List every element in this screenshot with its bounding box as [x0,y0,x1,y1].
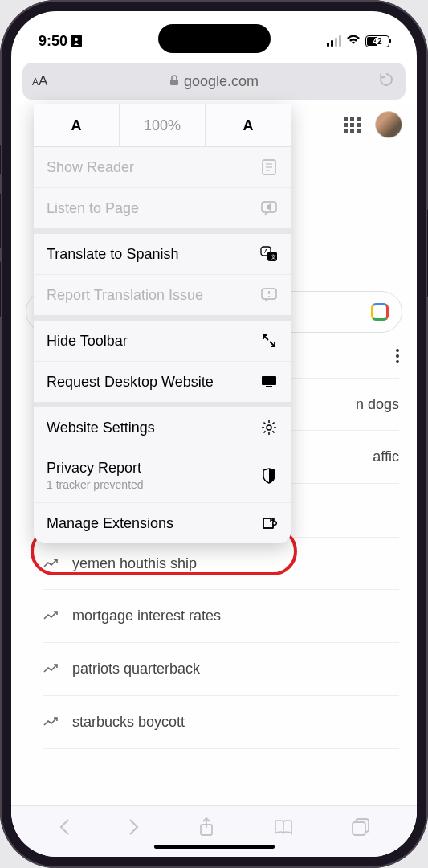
trending-icon [43,555,58,572]
reader-icon [260,158,278,176]
avatar[interactable] [375,111,402,138]
report-icon [260,286,278,304]
wifi-icon [346,33,361,49]
trending-icon [43,661,58,678]
side-button [0,145,1,175]
text-size-button[interactable]: AA [32,73,47,89]
dynamic-island [158,24,271,53]
trending-row[interactable]: yemen houthis ship [43,537,399,590]
show-reader-button: Show Reader [34,147,291,188]
google-lens-icon[interactable] [371,303,389,321]
gear-icon [260,419,278,436]
zoom-out-button[interactable]: A [34,104,120,146]
svg-point-0 [75,38,78,41]
speaker-bubble-icon [260,199,278,217]
screen: 9:50 42 AA [11,11,417,857]
share-button[interactable] [198,817,214,841]
puzzle-icon [260,514,278,532]
zoom-in-button[interactable]: A [206,104,291,146]
svg-rect-1 [170,80,178,85]
reload-button[interactable] [378,72,394,92]
report-translation-button: Report Translation Issue [34,275,291,315]
url-domain[interactable]: google.com [22,73,406,90]
more-icon[interactable] [396,349,399,363]
listen-to-page-button: Listen to Page [34,188,291,228]
svg-text:文: 文 [271,254,276,260]
svg-point-18 [273,522,277,526]
id-badge-icon [71,35,82,47]
trending-row[interactable]: patriots quarterback [43,643,399,696]
request-desktop-button[interactable]: Request Desktop Website [34,362,291,402]
svg-point-16 [267,425,271,430]
svg-rect-22 [353,822,365,835]
shield-icon [260,467,278,485]
svg-rect-15 [266,386,272,387]
volume-down-button [0,261,1,317]
tabs-button[interactable] [352,818,369,841]
battery-icon: 42 [365,35,389,47]
hide-toolbar-button[interactable]: Hide Toolbar [34,321,291,362]
translate-button[interactable]: Translate to Spanish A文 [34,234,291,275]
website-settings-button[interactable]: Website Settings [34,407,291,448]
back-button[interactable] [59,818,70,841]
google-apps-icon[interactable] [344,117,361,133]
svg-text:A: A [264,248,268,254]
home-indicator[interactable] [154,845,275,849]
manage-extensions-button[interactable]: Manage Extensions [34,503,291,543]
bottom-toolbar [11,805,417,857]
volume-up-button [0,193,1,249]
svg-rect-14 [262,376,276,385]
privacy-report-button[interactable]: Privacy Report 1 tracker prevented [34,448,291,503]
trending-row[interactable]: mortgage interest rates [43,590,399,643]
desktop-icon [260,373,278,391]
page-menu-popup: A 100% A Show Reader Listen to Page [34,104,291,543]
lock-icon [169,75,179,88]
cellular-signal-icon [327,35,341,47]
content-area: n dogs affic yemen houthis ship mortg [11,104,417,805]
expand-arrows-icon [260,332,278,350]
trending-row[interactable]: starbucks boycott [43,696,399,749]
zoom-percent[interactable]: 100% [120,104,206,146]
forward-button[interactable] [128,818,140,841]
svg-point-13 [268,296,270,297]
url-bar[interactable]: AA google.com [22,63,406,100]
trending-icon [43,608,58,624]
bookmarks-button[interactable] [274,819,293,840]
phone-frame: 9:50 42 AA [0,0,428,868]
trending-icon [43,714,58,731]
translate-icon: A文 [260,245,278,263]
status-time: 9:50 [39,33,67,50]
